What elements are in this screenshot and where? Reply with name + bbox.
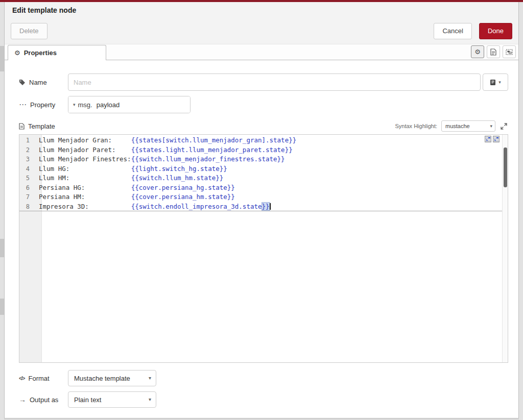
editor-line[interactable]: 7Persiana HM: {{cover.persiana_hm.state}…: [19, 192, 502, 202]
chevron-down-icon: ▾: [498, 80, 501, 85]
workspace-right-edge: [519, 2, 523, 420]
property-row: ⋯ Property ▾ msg.: [19, 96, 508, 113]
syntax-select-value: mustache: [445, 123, 470, 129]
property-type-label: msg.: [78, 101, 92, 109]
expand-editor-button[interactable]: [500, 123, 508, 130]
tag-icon: [19, 79, 26, 86]
tab-properties-label: Properties: [24, 49, 57, 57]
output-label-group: → Output as: [19, 396, 68, 404]
format-select-value: Mustache template: [74, 375, 130, 382]
template-header-row: Template Syntax Highlight: mustache ▾: [19, 120, 508, 132]
appearance-tab-button[interactable]: [503, 45, 516, 58]
name-label: Name: [29, 79, 47, 86]
editor-line[interactable]: 1Llum Menjador Gran: {{states[switch.llu…: [19, 136, 502, 145]
format-label: Format: [28, 375, 49, 382]
name-label-group: Name: [19, 79, 68, 86]
editor-scrollbar[interactable]: [502, 135, 508, 362]
template-label-group: Template: [19, 122, 55, 130]
mustache-expression: {{switch.llum_menjador_finestres.state}}: [131, 155, 285, 163]
mustache-expression: {{switch.endoll_impresora_3d.state: [131, 203, 262, 210]
editor-scrollbar-thumb[interactable]: [504, 147, 507, 187]
template-editor[interactable]: 1Llum Menjador Gran: {{states[switch.llu…: [19, 134, 508, 363]
code-icon: </>: [19, 376, 25, 381]
line-number: 4: [19, 164, 39, 174]
mustache-expression: {{light.switch_hg.state}}: [131, 165, 227, 172]
format-select[interactable]: Mustache template ▾: [68, 370, 156, 386]
workspace-left-edge: [0, 2, 4, 420]
chevron-down-icon: ▾: [149, 376, 151, 381]
line-number: 2: [19, 145, 39, 155]
format-label-group: </> Format: [19, 375, 68, 382]
editor-line[interactable]: 4Llum HG: {{light.switch_hg.state}}: [19, 164, 502, 174]
chevron-down-icon: ▾: [73, 103, 76, 107]
tab-toolbar: ⚙: [471, 45, 518, 60]
line-number: 6: [19, 183, 39, 193]
code-text: Llum Menjador Gran:: [39, 136, 131, 144]
editor-line[interactable]: 2Llum Menjador Paret: {{states.light.llu…: [19, 145, 502, 155]
output-select[interactable]: Plain text ▾: [68, 391, 156, 408]
cancel-button[interactable]: Cancel: [434, 23, 471, 39]
palette-node-fragment: [0, 239, 4, 257]
edit-template-node-dialog: Edit template node Delete Cancel Done ⚙ …: [4, 2, 519, 418]
editor-line[interactable]: 5Llum HM: {{switch.llum_hm.state}}: [19, 174, 502, 183]
line-number: 5: [19, 174, 39, 183]
syntax-select[interactable]: mustache ▾: [441, 120, 495, 132]
name-input[interactable]: [68, 73, 481, 91]
mustache-expression: {{states.light.llum_menjador_paret.state…: [131, 146, 293, 154]
property-type-button[interactable]: ▾ msg.: [68, 96, 96, 113]
text-cursor: [270, 203, 271, 210]
file-code-icon: [19, 123, 25, 130]
chevron-down-icon: ▾: [149, 397, 151, 402]
code-text: Persiana HM:: [39, 193, 131, 201]
property-label-group: ⋯ Property: [19, 101, 68, 109]
palette-node-fragment: [0, 299, 4, 315]
code-text: Llum HG:: [39, 165, 131, 172]
template-header-tools: Syntax Highlight: mustache ▾: [395, 120, 508, 132]
minimap-icon: [485, 136, 491, 142]
property-input[interactable]: [96, 96, 190, 113]
expand-icon: [501, 123, 507, 130]
editor-line[interactable]: 3Llum Menjador Finestres:{{switch.llum_m…: [19, 155, 502, 164]
mustache-expression: {{switch.llum_hm.state}}: [131, 174, 224, 182]
template-label: Template: [28, 122, 55, 130]
code-text: Llum Menjador Finestres:: [39, 155, 131, 163]
name-row: Name ▾: [19, 73, 508, 91]
gear-icon: ⚙: [474, 48, 481, 56]
code-text: Impresora 3D:: [39, 203, 131, 210]
dialog-title: Edit template node: [12, 6, 76, 14]
syntax-highlight-label: Syntax Highlight:: [395, 123, 437, 129]
property-label: Property: [30, 101, 55, 109]
format-row: </> Format Mustache template ▾: [19, 370, 508, 386]
done-button[interactable]: Done: [479, 23, 512, 39]
mustache-expression: {{states[switch.llum_menjador_gran].stat…: [131, 136, 297, 144]
property-typed-input: ▾ msg.: [68, 96, 191, 113]
code-text: Llum HM:: [39, 174, 131, 182]
minimap-icon: [493, 136, 500, 142]
dialog-button-bar: Delete Cancel Done: [5, 18, 518, 44]
editor-line[interactable]: 8Impresora 3D: {{switch.endoll_impresora…: [19, 202, 502, 212]
delete-button[interactable]: Delete: [11, 23, 47, 39]
output-label: Output as: [30, 396, 58, 404]
description-tab-button[interactable]: [487, 45, 500, 58]
dialog-tab-bar: ⚙ Properties ⚙: [5, 44, 518, 60]
editor-artifacts: [485, 136, 500, 142]
properties-tab-button[interactable]: ⚙: [471, 45, 484, 58]
label-options-button[interactable]: ▾: [483, 73, 508, 91]
bracket-match-highlight: }}: [262, 202, 270, 211]
line-number: 8: [19, 202, 39, 212]
properties-form: Name ▾ ⋯ Property ▾ msg.: [5, 60, 518, 418]
dialog-header: Edit template node: [5, 2, 518, 18]
book-icon: [490, 79, 496, 86]
chevron-down-icon: ▾: [490, 124, 492, 129]
tab-properties[interactable]: ⚙ Properties: [8, 45, 106, 60]
arrow-right-icon: →: [19, 396, 26, 404]
code-text: Persiana HG:: [39, 184, 131, 191]
editor-line[interactable]: 6Persiana HG: {{cover.persiana_hg.state}…: [19, 183, 502, 193]
line-number: 1: [19, 136, 39, 145]
object-group-icon: [506, 49, 513, 55]
code-text: Llum Menjador Paret:: [39, 146, 131, 154]
palette-node-fragment: [0, 46, 4, 71]
gear-icon: ⚙: [14, 49, 20, 57]
line-number: 3: [19, 155, 39, 164]
line-number: 7: [19, 192, 39, 202]
